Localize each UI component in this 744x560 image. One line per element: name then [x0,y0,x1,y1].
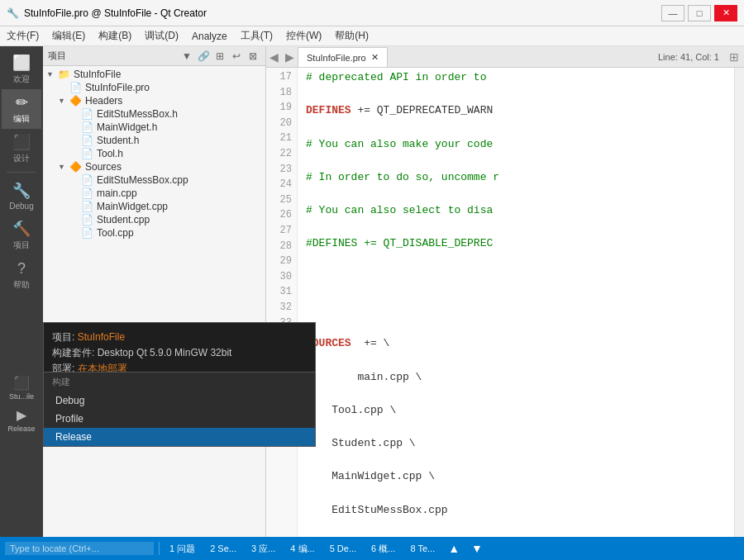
editor-area: ◀ ▶ StuInfoFile.pro ✕ Line: 41, Col: 1 ⊞… [266,46,744,537]
status-te[interactable]: 8 Te... [405,543,440,553]
menubar: 文件(F)编辑(E)构建(B)调试(D)Analyze工具(T)控件(W)帮助(… [0,26,744,46]
status-app[interactable]: 3 应... [246,543,280,555]
stufile-icon: ⬛ [13,375,30,391]
h-file-icon: 📄 [81,135,93,146]
sidebar-label-project: 项目 [13,240,30,251]
release-run-icon: ▶ [17,407,26,423]
kit-section-header: 构建 [44,373,315,392]
list-item[interactable]: 📄 Student.h [43,134,265,147]
tab-nav-next[interactable]: ▶ [282,50,298,64]
sidebar-separator [7,172,36,173]
tooltip-kit-value: Desktop Qt 5.9.0 MinGW 32bit [98,347,232,358]
tree-file-label: MainWidget.cpp [97,201,168,212]
list-item[interactable]: 📄 Tool.h [43,147,265,160]
tree-file-label: Tool.h [97,148,123,159]
menu-item-h[interactable]: 帮助(H) [328,27,375,45]
status-problems[interactable]: 1 问题 [165,543,200,555]
list-item[interactable]: 📄 MainWidget.cpp [43,200,265,213]
arrow-icon: ▼ [58,97,69,105]
expand-editor-btn[interactable]: ⊞ [724,50,744,64]
sidebar-item-edit[interactable]: ✏ 编辑 [2,89,41,129]
tree-sources-label: Sources [85,161,122,173]
tree-root-label: StuInfoFile [74,69,121,80]
code-view[interactable]: 17 18 19 20 21 22 23 24 25 26 27 28 29 3… [266,68,744,537]
line-col-indicator: Line: 41, Col: 1 [653,52,724,62]
file-tree: ▼ 📁 StuInfoFile 📄 StuInfoFile.pro ▼ 🔶 He… [43,66,265,537]
locate-input[interactable] [5,542,154,555]
list-item[interactable]: 📄 EditStuMessBox.h [43,107,265,121]
status-debug[interactable]: 5 De... [325,543,361,553]
menu-item-analyze[interactable]: Analyze [185,29,234,44]
tree-file-label: main.cpp [97,187,137,199]
window-controls: — □ ✕ [661,5,737,21]
h-file-icon: 📄 [81,108,93,120]
status-arrow-up[interactable]: ▲ [445,542,463,555]
kit-item-profile[interactable]: Profile [44,410,315,428]
code-content[interactable]: # deprecated API in order to DEFINES += … [298,68,734,537]
file-tree-panel: 项目 ▼ 🔗 ⊞ ↩ ⊠ ▼ 📁 StuInfoFile [43,46,266,537]
panel-header: 项目 ▼ 🔗 ⊞ ↩ ⊠ [43,46,265,66]
edit-icon: ✏ [16,93,28,112]
tab-nav-prev[interactable]: ◀ [266,50,282,64]
sidebar-item-welcome[interactable]: ⬜ 欢迎 [2,50,41,89]
panel-toolbar: ▼ 🔗 ⊞ ↩ ⊠ [179,49,260,64]
arrow-icon: ▼ [46,70,58,78]
list-item[interactable]: 📄 EditStuMessBox.cpp [43,173,265,187]
project-icon: 📁 [58,69,70,80]
kit-dropdown: 构建 Debug Profile Release [43,372,316,447]
close-panel-btn[interactable]: ⊠ [246,49,260,64]
main-area: ⬜ 欢迎 ✏ 编辑 ⬛ 设计 🔧 Debug 🔨 项目 ? 帮助 项目 [0,46,744,537]
maximize-button[interactable]: □ [688,5,711,21]
tooltip-kit: 构建套件: Desktop Qt 5.9.0 MinGW 32bit [52,345,307,361]
menu-item-d[interactable]: 调试(D) [138,27,185,45]
list-item[interactable]: 📄 MainWidget.h [43,121,265,134]
menu-item-f[interactable]: 文件(F) [0,27,45,45]
file-icon: 📄 [69,82,82,93]
sidebar-item-help[interactable]: ? 帮助 [2,255,41,295]
cpp-file-icon: 📄 [81,174,93,186]
tree-headers-group[interactable]: ▼ 🔶 Headers [43,94,265,107]
list-item[interactable]: 📄 main.cpp [43,187,265,200]
headers-icon: 🔶 [69,95,82,107]
link-btn[interactable]: 🔗 [196,49,211,64]
tab-stuinfofile-pro[interactable]: StuInfoFile.pro ✕ [298,47,388,67]
sources-icon: 🔶 [69,161,82,173]
design-icon: ⬛ [12,133,31,151]
tree-file-label: Student.cpp [97,214,150,225]
menu-item-t[interactable]: 工具(T) [234,27,279,45]
kit-item-release[interactable]: Release [44,428,315,446]
tree-sources-group[interactable]: ▼ 🔶 Sources [43,160,265,173]
line-numbers: 17 18 19 20 21 22 23 24 25 26 27 28 29 3… [266,68,298,537]
editor-scrollbar[interactable] [734,68,744,537]
status-edit[interactable]: 4 编... [285,543,319,555]
kit-item-debug[interactable]: Debug [44,392,315,410]
help-icon: ? [17,260,26,278]
close-button[interactable]: ✕ [714,5,737,21]
menu-item-b[interactable]: 构建(B) [92,27,138,45]
sidebar-label-debug: Debug [9,202,33,211]
tree-pro-file[interactable]: 📄 StuInfoFile.pro [43,81,265,94]
minimize-button[interactable]: — [661,5,684,21]
list-item[interactable]: 📄 Student.cpp [43,213,265,226]
tab-close-icon[interactable]: ✕ [371,52,379,63]
list-item[interactable]: 📄 Tool.cpp [43,226,265,240]
menu-item-e[interactable]: 编辑(E) [45,27,92,45]
sidebar-item-project[interactable]: 🔨 项目 [2,216,41,255]
tooltip-kit-label: 构建套件: [52,347,94,358]
cpp-file-icon: 📄 [81,227,93,239]
status-search[interactable]: 2 Se... [205,543,241,553]
tree-file-label: MainWidget.h [97,121,157,133]
tooltip-project-value: StuInfoFile [78,331,125,343]
selector-item-release[interactable]: ▶ Release [2,404,41,436]
sidebar-item-debug[interactable]: 🔧 Debug [2,176,41,216]
menu-item-w[interactable]: 控件(W) [279,27,328,45]
sidebar-label-help: 帮助 [13,279,30,291]
sidebar-item-design[interactable]: ⬛ 设计 [2,129,41,168]
status-arrow-down[interactable]: ▼ [468,542,486,555]
selector-item-stufile[interactable]: ⬛ Stu...ile [2,372,41,404]
filter-btn[interactable]: ▼ [179,49,194,64]
expand-btn[interactable]: ⊞ [212,49,227,64]
status-overview[interactable]: 6 概... [366,543,400,555]
collapse-btn[interactable]: ↩ [229,49,244,64]
tree-root[interactable]: ▼ 📁 StuInfoFile [43,68,265,81]
